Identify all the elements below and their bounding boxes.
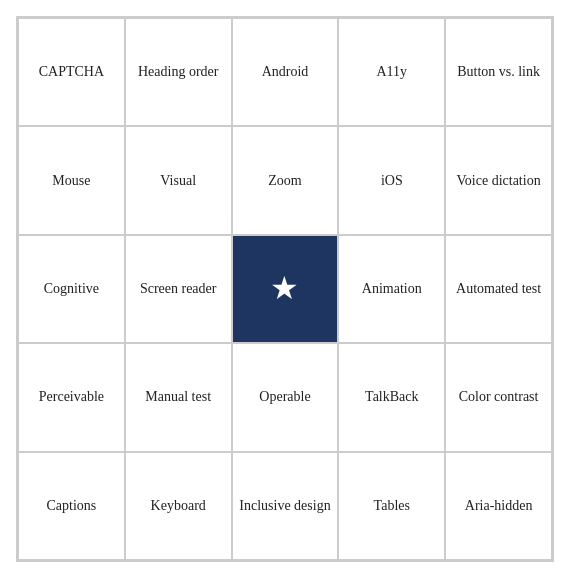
cell-label: Captions <box>47 497 97 515</box>
cell-label: Animation <box>362 280 422 298</box>
bingo-cell-r2c2[interactable]: Visual <box>125 126 232 234</box>
cell-label: Voice dictation <box>457 172 541 190</box>
bingo-cell-r3c5[interactable]: Automated test <box>445 235 552 343</box>
bingo-cell-r3c2[interactable]: Screen reader <box>125 235 232 343</box>
bingo-container: CAPTCHAHeading orderAndroidA11yButton vs… <box>0 0 570 578</box>
cell-label: Perceivable <box>39 388 104 406</box>
bingo-cell-r2c5[interactable]: Voice dictation <box>445 126 552 234</box>
bingo-cell-r4c1[interactable]: Perceivable <box>18 343 125 451</box>
bingo-cell-r3c4[interactable]: Animation <box>338 235 445 343</box>
bingo-cell-r1c2[interactable]: Heading order <box>125 18 232 126</box>
cell-label: CAPTCHA <box>39 63 104 81</box>
bingo-cell-r5c1[interactable]: Captions <box>18 452 125 560</box>
bingo-cell-r2c4[interactable]: iOS <box>338 126 445 234</box>
cell-label: Android <box>262 63 309 81</box>
bingo-cell-r5c3[interactable]: Inclusive design <box>232 452 339 560</box>
cell-label: Mouse <box>52 172 90 190</box>
cell-label: Aria-hidden <box>465 497 533 515</box>
cell-label: Manual test <box>145 388 211 406</box>
bingo-cell-r3c3[interactable]: ★ <box>232 235 339 343</box>
bingo-cell-r1c4[interactable]: A11y <box>338 18 445 126</box>
cell-label: Inclusive design <box>239 497 330 515</box>
bingo-cell-r2c3[interactable]: Zoom <box>232 126 339 234</box>
bingo-cell-r4c2[interactable]: Manual test <box>125 343 232 451</box>
bingo-grid: CAPTCHAHeading orderAndroidA11yButton vs… <box>16 16 554 562</box>
bingo-cell-r1c3[interactable]: Android <box>232 18 339 126</box>
bingo-cell-r3c1[interactable]: Cognitive <box>18 235 125 343</box>
cell-label: Visual <box>160 172 196 190</box>
bingo-cell-r4c5[interactable]: Color contrast <box>445 343 552 451</box>
cell-label: A11y <box>376 63 407 81</box>
cell-label: iOS <box>381 172 403 190</box>
cell-label: Zoom <box>268 172 301 190</box>
bingo-cell-r2c1[interactable]: Mouse <box>18 126 125 234</box>
bingo-cell-r4c4[interactable]: TalkBack <box>338 343 445 451</box>
cell-label: TalkBack <box>365 388 418 406</box>
cell-label: Color contrast <box>459 388 539 406</box>
cell-label: Cognitive <box>44 280 99 298</box>
cell-label: Keyboard <box>151 497 206 515</box>
bingo-cell-r5c4[interactable]: Tables <box>338 452 445 560</box>
cell-label: Automated test <box>456 280 541 298</box>
cell-label: Button vs. link <box>457 63 540 81</box>
bingo-cell-r5c5[interactable]: Aria-hidden <box>445 452 552 560</box>
star-icon: ★ <box>270 268 299 310</box>
cell-label: Screen reader <box>140 280 217 298</box>
bingo-cell-r4c3[interactable]: Operable <box>232 343 339 451</box>
cell-label: Heading order <box>138 63 218 81</box>
bingo-cell-r5c2[interactable]: Keyboard <box>125 452 232 560</box>
bingo-cell-r1c1[interactable]: CAPTCHA <box>18 18 125 126</box>
bingo-cell-r1c5[interactable]: Button vs. link <box>445 18 552 126</box>
cell-label: Operable <box>259 388 310 406</box>
cell-label: Tables <box>374 497 410 515</box>
